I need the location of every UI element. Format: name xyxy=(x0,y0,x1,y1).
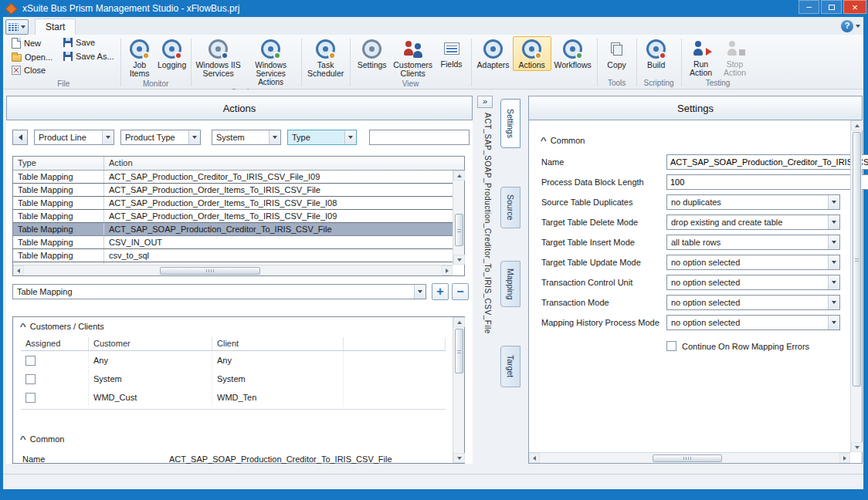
app-menu-button[interactable] xyxy=(5,19,29,35)
assigned-checkbox[interactable] xyxy=(25,356,36,366)
column-header-customer[interactable]: Customer xyxy=(89,337,212,350)
customer-row[interactable]: WMD_Cust WMD_Ten xyxy=(21,388,446,407)
assigned-checkbox[interactable] xyxy=(25,374,36,384)
scrollbar-thumb[interactable] xyxy=(455,329,463,373)
tab-target[interactable]: Target xyxy=(500,346,520,387)
close-button[interactable]: × xyxy=(843,0,866,14)
scroll-left-button[interactable] xyxy=(13,265,24,275)
column-header-assigned[interactable]: Assigned xyxy=(21,337,89,350)
expand-panel-button[interactable]: » xyxy=(477,96,493,108)
action-type-combo[interactable]: Table Mapping xyxy=(12,284,426,299)
workflows-button[interactable]: Workflows xyxy=(551,36,595,71)
tab-label: Settings xyxy=(506,109,515,138)
save-button[interactable]: Save xyxy=(61,38,117,47)
transaction-mode-combo[interactable]: no option selected xyxy=(666,295,840,310)
cell-action: ACT_SAP_Production_Order_Items_To_IRIS_C… xyxy=(104,198,453,208)
build-button[interactable]: Build xyxy=(639,36,673,71)
table-row[interactable]: Table Mappingcsv_to_sql xyxy=(13,249,453,262)
logging-button[interactable]: Logging xyxy=(156,36,188,71)
scroll-right-button[interactable] xyxy=(442,265,453,275)
close-file-button[interactable]: Close xyxy=(9,66,55,75)
adapters-button[interactable]: Adapters xyxy=(474,36,513,71)
table-row[interactable]: Table MappingACT_SAP_Production_Order_It… xyxy=(13,184,453,197)
target-table-insert-mode-combo[interactable]: all table rows xyxy=(666,235,840,250)
remove-action-button[interactable]: − xyxy=(452,283,469,300)
search-input[interactable] xyxy=(369,130,470,145)
help-button[interactable]: ? xyxy=(841,20,853,32)
assigned-checkbox[interactable] xyxy=(25,393,36,403)
common-section-header[interactable]: ^ Common xyxy=(541,136,585,145)
horizontal-scrollbar[interactable] xyxy=(13,265,453,275)
column-header-action[interactable]: Action xyxy=(104,157,464,170)
button-label: Job Items xyxy=(125,61,154,78)
actions-button[interactable]: Actions xyxy=(513,36,551,71)
ribbon-group-tools: Copy Tools xyxy=(600,36,634,89)
chevron-down-icon xyxy=(188,130,200,144)
task-scheduler-button[interactable]: Task Scheduler xyxy=(304,36,348,79)
scroll-down-button[interactable] xyxy=(453,453,465,463)
scrollbar-thumb[interactable] xyxy=(653,454,722,462)
product-type-filter[interactable]: Product Type xyxy=(120,130,201,145)
customers-clients-button[interactable]: Customers Clients xyxy=(392,36,435,79)
product-line-filter[interactable]: Product Line xyxy=(34,130,114,145)
open-button[interactable]: Open... xyxy=(9,52,55,62)
actions-table-header[interactable]: Type Action xyxy=(13,157,464,171)
tab-source[interactable]: Source xyxy=(500,187,520,228)
table-row[interactable]: Table MappingCSV_IN_OUT xyxy=(13,236,453,249)
customers-clients-section-header[interactable]: ^ Customers / Clients xyxy=(21,322,104,331)
continue-on-row-mapping-errors-checkbox[interactable] xyxy=(666,341,676,351)
source-table-duplicates-combo[interactable]: no duplicates xyxy=(666,194,840,210)
tab-mapping[interactable]: Mapping xyxy=(500,261,520,307)
titlebar[interactable]: xSuite Bus Prism Management Studio - xFl… xyxy=(0,0,868,17)
process-data-block-length-field[interactable] xyxy=(666,174,868,190)
tab-settings[interactable]: Settings xyxy=(500,99,520,148)
run-action-button[interactable]: Run Action xyxy=(684,36,718,79)
table-row[interactable]: Table MappingACT_SAP_Production_Order_It… xyxy=(13,210,453,223)
type-filter[interactable]: Type xyxy=(287,130,357,145)
scrollbar-thumb[interactable] xyxy=(160,267,260,275)
new-button[interactable]: New xyxy=(9,38,55,49)
customer-row[interactable]: System System xyxy=(21,370,446,388)
scroll-down-button[interactable] xyxy=(851,442,863,452)
collapsed-panel-title[interactable]: ACT_SAP_SOAP_Production_Creditor_To_IRIS… xyxy=(476,113,492,456)
scrollbar-thumb[interactable] xyxy=(455,214,463,246)
scroll-up-button[interactable] xyxy=(453,171,465,181)
scroll-right-button[interactable] xyxy=(839,453,850,463)
vertical-scrollbar[interactable] xyxy=(850,120,862,452)
job-items-button[interactable]: Job Items xyxy=(124,36,156,79)
mapping-history-process-mode-combo[interactable]: no option selected xyxy=(666,315,840,330)
tab-start[interactable]: Start xyxy=(35,19,76,35)
windows-services-actions-button[interactable]: Windows Services Actions xyxy=(243,36,299,88)
target-table-delete-mode-combo[interactable]: drop existing and create table xyxy=(666,215,840,230)
scroll-up-button[interactable] xyxy=(453,317,465,327)
combo-value: all table rows xyxy=(667,238,828,247)
system-filter[interactable]: System xyxy=(212,130,281,145)
table-row[interactable]: Table MappingACT_SAP_Production_Creditor… xyxy=(13,171,453,184)
scroll-left-button[interactable] xyxy=(529,453,540,463)
settings-button[interactable]: Settings xyxy=(353,36,392,71)
add-action-button[interactable]: + xyxy=(432,283,449,300)
table-row-selected[interactable]: Table MappingACT_SAP_SOAP_Production_Cre… xyxy=(13,223,453,236)
minimize-button[interactable]: – xyxy=(798,0,819,14)
common-section-header[interactable]: ^ Common xyxy=(21,434,64,444)
transaction-control-unit-combo[interactable]: no option selected xyxy=(666,275,840,290)
save-as-button[interactable]: Save As... xyxy=(61,52,117,61)
column-header-type[interactable]: Type xyxy=(13,157,104,170)
windows-iis-services-button[interactable]: Windows IIS Services xyxy=(194,36,243,79)
maximize-button[interactable] xyxy=(821,0,842,14)
column-header-client[interactable]: Client xyxy=(212,337,344,350)
back-button[interactable] xyxy=(12,130,28,145)
vertical-scrollbar[interactable] xyxy=(453,171,464,265)
vertical-scrollbar[interactable] xyxy=(453,317,464,463)
name-field[interactable] xyxy=(666,154,868,170)
target-table-update-mode-combo[interactable]: no option selected xyxy=(666,255,840,270)
copy-button[interactable]: Copy xyxy=(600,36,634,71)
scroll-up-button[interactable] xyxy=(851,120,863,130)
scroll-down-button[interactable] xyxy=(453,255,465,265)
combo-value: drop existing and create table xyxy=(667,218,828,227)
customer-row[interactable]: Any Any xyxy=(21,351,446,370)
horizontal-scrollbar[interactable] xyxy=(529,452,850,463)
fields-button[interactable]: Fields xyxy=(435,36,469,70)
scrollbar-thumb[interactable] xyxy=(853,132,861,387)
table-row[interactable]: Table MappingACT_SAP_Production_Order_It… xyxy=(13,197,453,210)
